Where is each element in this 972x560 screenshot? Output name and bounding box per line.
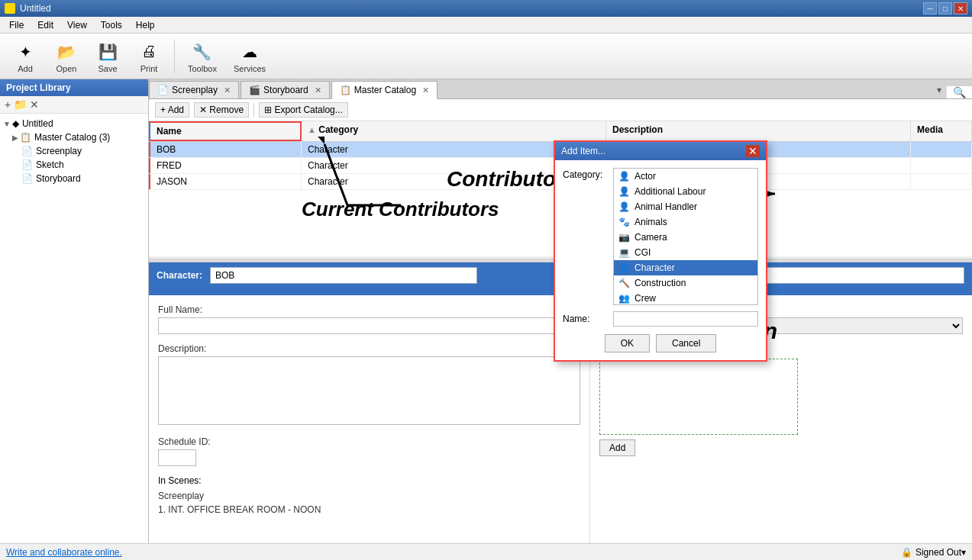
toolbox-label: Toolbox	[188, 64, 217, 73]
animal-handler-label: Animal Handler	[635, 201, 697, 212]
services-label: Services	[234, 64, 266, 73]
scene-ref-2: 1. INT. OFFICE BREAK ROOM - NOON	[158, 503, 580, 517]
toolbar-print-button[interactable]: 🖨 Print	[130, 36, 168, 77]
dialog-close-button[interactable]: ✕	[746, 145, 760, 157]
additional-labour-icon: 👤	[618, 186, 630, 197]
column-description: Description	[606, 121, 911, 141]
column-name: Name	[149, 121, 302, 141]
catalog-add-button[interactable]: + Add	[155, 102, 189, 117]
category-item-crew[interactable]: 👥 Crew	[614, 291, 757, 305]
print-icon: 🖨	[137, 40, 161, 64]
sketch-icon: 📄	[21, 159, 33, 170]
sidebar-add-button[interactable]: +	[5, 98, 11, 111]
content-area: 📄 Screenplay ✕ 🎬 Storyboard ✕ 📋 Master C…	[149, 79, 972, 543]
menu-help[interactable]: Help	[130, 18, 161, 32]
category-item-animals[interactable]: 🐾 Animals	[614, 214, 757, 230]
main-toolbar: ✦ Add 📂 Open 💾 Save 🖨 Print 🔧 Toolbox ☁ …	[0, 34, 972, 79]
signed-out-label[interactable]: Signed Out▾	[915, 547, 966, 558]
open-label: Open	[57, 64, 77, 73]
name-label: Name:	[563, 314, 609, 324]
sidebar-item-sketch[interactable]: 📄 Sketch	[0, 158, 148, 172]
search-button[interactable]: 🔍	[953, 86, 966, 98]
toolbar-add-button[interactable]: ✦ Add	[6, 36, 44, 77]
close-button[interactable]: ✕	[954, 2, 967, 14]
menu-file[interactable]: File	[3, 18, 30, 32]
status-right: 🔒 Signed Out▾	[901, 547, 966, 558]
sidebar-item-storyboard[interactable]: 📄 Storyboard	[0, 172, 148, 185]
toolbox-icon: 🔧	[190, 40, 215, 64]
col-media-label: Media	[917, 124, 943, 135]
name-input[interactable]	[613, 311, 758, 327]
window-title: Untitled	[20, 3, 51, 14]
col-description-label: Description	[612, 124, 663, 135]
cancel-button[interactable]: Cancel	[656, 334, 716, 352]
category-item-actor[interactable]: 👤 Actor	[614, 169, 757, 184]
catalog-remove-button[interactable]: ✕ Remove	[194, 102, 249, 117]
screenplay-tab-close[interactable]: ✕	[224, 85, 231, 95]
construction-label: Construction	[635, 278, 686, 288]
add-label: Add	[18, 64, 33, 73]
crew-label: Crew	[635, 293, 656, 304]
scene-ref-1: Screenplay	[158, 489, 580, 503]
full-name-group: Full Name:	[158, 304, 580, 334]
tab-storyboard[interactable]: 🎬 Storyboard ✕	[241, 81, 330, 98]
category-item-camera[interactable]: 📷 Camera	[614, 230, 757, 245]
storyboard-icon: 📄	[21, 173, 33, 184]
character-name-input[interactable]	[210, 267, 477, 284]
full-name-input[interactable]	[158, 317, 580, 334]
full-name-label: Full Name:	[158, 304, 580, 315]
tabs-overflow-button[interactable]: ▾	[932, 82, 946, 98]
status-bar: Write and collaborate online. 🔒 Signed O…	[0, 543, 972, 560]
collaborate-link[interactable]: Write and collaborate online.	[6, 547, 122, 558]
storyboard-tab-close[interactable]: ✕	[315, 85, 321, 95]
menu-edit[interactable]: Edit	[31, 18, 60, 32]
sidebar-item-screenplay[interactable]: 📄 Screenplay	[0, 144, 148, 158]
description-group: Description:	[158, 343, 580, 427]
schedule-id-input[interactable]	[158, 449, 196, 466]
schedule-id-group: Schedule ID:	[158, 436, 580, 466]
cell-name-fred: FRED	[149, 158, 302, 173]
category-listbox[interactable]: 👤 Actor 👤 Additional Labour 👤 Animal Han…	[613, 168, 758, 305]
tab-screenplay[interactable]: 📄 Screenplay ✕	[149, 81, 239, 98]
cell-name-bob: BOB	[149, 142, 302, 157]
maximize-button[interactable]: □	[938, 2, 952, 14]
toolbar-toolbox-button[interactable]: 🔧 Toolbox	[181, 36, 224, 77]
category-item-character[interactable]: 👤 Character	[614, 260, 757, 275]
category-item-additional-labour[interactable]: 👤 Additional Labour	[614, 184, 757, 199]
minimize-button[interactable]: ─	[923, 2, 937, 14]
menu-tools[interactable]: Tools	[95, 18, 128, 32]
col-name-label: Name	[157, 126, 182, 137]
sidebar-close-button[interactable]: ✕	[30, 98, 39, 111]
toolbar-open-button[interactable]: 📂 Open	[47, 36, 86, 77]
sidebar-item-untitled[interactable]: ▼ ◆ Untitled	[0, 117, 148, 130]
master-catalog-tab-close[interactable]: ✕	[422, 85, 429, 95]
category-item-animal-handler[interactable]: 👤 Animal Handler	[614, 199, 757, 214]
screenplay-tab-icon: 📄	[157, 85, 169, 95]
toolbar-save-button[interactable]: 💾 Save	[89, 36, 127, 77]
expand-icon-mc: ▶	[12, 134, 18, 142]
description-textarea[interactable]	[158, 356, 580, 425]
column-category: ▲ Category	[302, 121, 606, 141]
title-bar-left: Untitled	[5, 3, 51, 14]
catalog-export-button[interactable]: ⊞ Export Catalog...	[259, 102, 348, 117]
category-item-cgi[interactable]: 💻 CGI	[614, 245, 757, 260]
in-scenes-label: In Scenes:	[158, 475, 580, 486]
sidebar-item-master-catalog[interactable]: ▶ 📋 Master Catalog (3)	[0, 130, 148, 144]
tags-input[interactable]	[735, 267, 964, 284]
ok-button[interactable]: OK	[605, 334, 650, 352]
character-label: Character	[635, 262, 675, 273]
sidebar-folder-button[interactable]: 📁	[14, 98, 27, 111]
tab-master-catalog[interactable]: 📋 Master Catalog ✕	[331, 81, 438, 99]
search-area: 🔍	[946, 86, 972, 98]
services-icon: ☁	[237, 40, 262, 64]
toolbar-services-button[interactable]: ☁ Services	[227, 36, 273, 77]
untitled-label: Untitled	[22, 118, 53, 129]
sidebar-toolbar: + 📁 ✕	[0, 96, 148, 114]
catalog-export-label: ⊞ Export Catalog...	[264, 105, 343, 115]
category-item-construction[interactable]: 🔨 Construction	[614, 275, 757, 291]
add-media-button[interactable]: Add	[599, 439, 635, 456]
menu-view[interactable]: View	[61, 18, 93, 32]
catalog-add-label: + Add	[160, 105, 184, 115]
window-controls[interactable]: ─ □ ✕	[923, 2, 967, 14]
title-bar: Untitled ─ □ ✕	[0, 0, 972, 17]
